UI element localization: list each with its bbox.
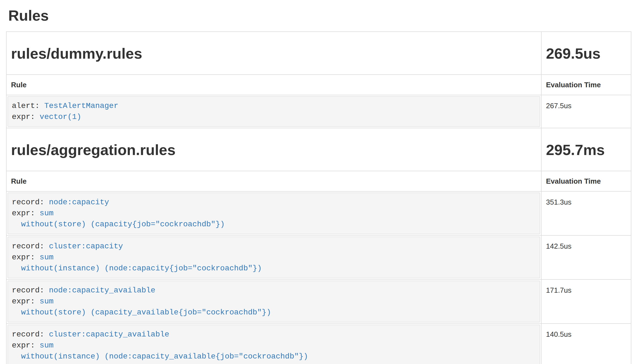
rule-evaluation-time: 142.5us (541, 235, 631, 279)
rule-row: record: cluster:capacity_available expr:… (6, 324, 631, 364)
rule-keyword: expr: (12, 253, 40, 262)
rule-evaluation-time: 140.5us (541, 324, 631, 364)
rule-column-header: Rule (6, 75, 541, 95)
rule-expression-link[interactable]: vector(1) (40, 113, 81, 121)
rule-evaluation-time: 351.3us (541, 191, 631, 235)
rule-keyword: expr: (12, 209, 40, 218)
rules-table-body: rules/dummy.rules 269.5us Rule Evaluatio… (6, 32, 631, 364)
rule-group-name-cell: rules/aggregation.rules (6, 128, 541, 171)
page-title: Rules (8, 7, 638, 24)
rule-row: record: node:capacity_available expr: su… (6, 279, 631, 324)
evaluation-time-column-header: Evaluation Time (541, 171, 631, 191)
column-header-row: Rule Evaluation Time (6, 75, 631, 95)
rule-row: record: node:capacity expr: sum without(… (6, 191, 631, 235)
rule-group-evaluation-time: 269.5us (546, 45, 626, 62)
column-header-row: Rule Evaluation Time (6, 171, 631, 191)
rule-column-header: Rule (6, 171, 541, 191)
rule-keyword: alert: (12, 102, 44, 110)
rule-definition-cell: record: cluster:capacity expr: sum witho… (6, 235, 541, 279)
rule-group-header-row: rules/aggregation.rules 295.7ms (6, 128, 631, 171)
rule-group-header-row: rules/dummy.rules 269.5us (6, 32, 631, 75)
rules-table: rules/dummy.rules 269.5us Rule Evaluatio… (6, 31, 631, 364)
rule-group-time-cell: 269.5us (541, 32, 631, 75)
rule-group-name: rules/aggregation.rules (11, 141, 537, 159)
rule-keyword: expr: (12, 341, 40, 350)
evaluation-time-column-header: Evaluation Time (541, 75, 631, 95)
rule-row: alert: TestAlertManager expr: vector(1) … (6, 95, 631, 128)
rule-expression-link[interactable]: sum without(store) (capacity{job="cockro… (12, 209, 225, 229)
rule-keyword: expr: (12, 297, 40, 306)
rule-evaluation-time: 171.7us (541, 279, 631, 324)
rule-expression-link[interactable]: cluster:capacity (49, 242, 123, 251)
rule-definition-cell: alert: TestAlertManager expr: vector(1) (6, 95, 541, 128)
rule-evaluation-time: 267.5us (541, 95, 631, 128)
rule-group-evaluation-time: 295.7ms (546, 141, 626, 159)
rule-definition: record: node:capacity expr: sum without(… (7, 192, 540, 234)
rule-group-name: rules/dummy.rules (11, 45, 537, 62)
rule-expression-link[interactable]: node:capacity (49, 198, 109, 207)
rule-definition: record: cluster:capacity_available expr:… (7, 325, 540, 364)
rule-expression-link[interactable]: sum without(instance) (node:capacity{job… (12, 253, 262, 273)
rule-definition-cell: record: cluster:capacity_available expr:… (6, 324, 541, 364)
rule-definition: record: node:capacity_available expr: su… (7, 281, 540, 322)
rule-row: record: cluster:capacity expr: sum witho… (6, 235, 631, 279)
rule-expression-link[interactable]: node:capacity_available (49, 286, 155, 295)
rule-expression-link[interactable]: TestAlertManager (44, 102, 118, 110)
rule-keyword: record: (12, 198, 49, 207)
rule-definition-cell: record: node:capacity_available expr: su… (6, 279, 541, 324)
rule-keyword: record: (12, 242, 49, 251)
rule-keyword: expr: (12, 113, 40, 121)
rule-group-name-cell: rules/dummy.rules (6, 32, 541, 75)
rule-group-time-cell: 295.7ms (541, 128, 631, 171)
rule-expression-link[interactable]: sum without(store) (capacity_available{j… (12, 297, 271, 317)
rule-definition: record: cluster:capacity expr: sum witho… (7, 237, 540, 278)
rule-expression-link[interactable]: cluster:capacity_available (49, 330, 169, 339)
rule-keyword: record: (12, 330, 49, 339)
rule-definition: alert: TestAlertManager expr: vector(1) (7, 96, 540, 127)
rule-definition-cell: record: node:capacity expr: sum without(… (6, 191, 541, 235)
rule-expression-link[interactable]: sum without(instance) (node:capacity_ava… (12, 341, 308, 361)
rule-keyword: record: (12, 286, 49, 295)
